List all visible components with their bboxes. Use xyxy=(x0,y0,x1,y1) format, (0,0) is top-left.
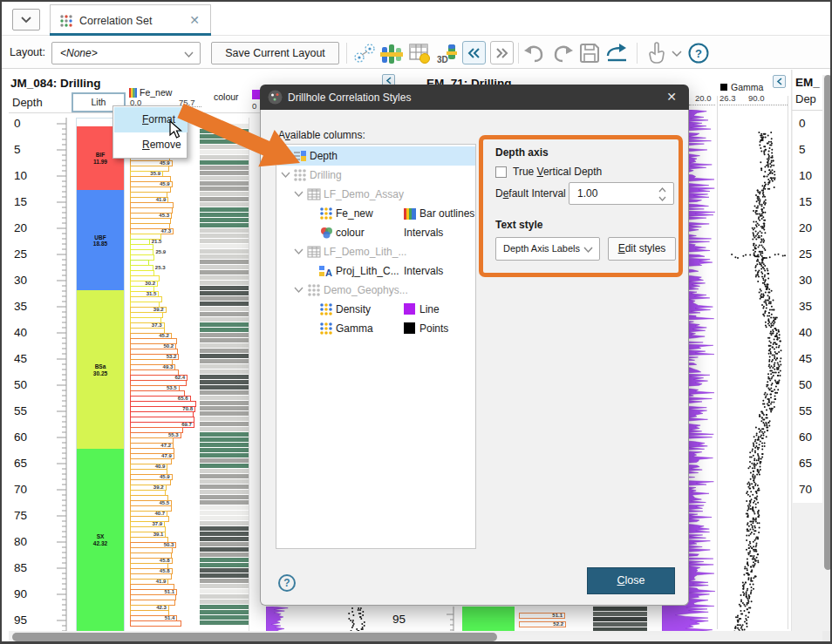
tree-item-lf-demo-assay[interactable]: LF_Demo_Assay xyxy=(277,185,475,204)
edit-styles-button[interactable]: Edit styles xyxy=(608,237,676,261)
colour-column-header[interactable]: colour xyxy=(214,92,239,102)
available-columns-tree[interactable]: DepthDrillingLF_Demo_AssayFe_newBar outl… xyxy=(276,144,476,549)
colour-band xyxy=(200,333,249,337)
depth-axis-label: 35 xyxy=(799,300,812,313)
spinner-arrows-icon[interactable] xyxy=(658,186,666,202)
save-current-layout-button[interactable]: Save Current Layout xyxy=(211,42,339,64)
tree-item-label: Depth xyxy=(310,150,338,162)
text-style-value: Depth Axis Labels xyxy=(503,243,580,254)
colour-band xyxy=(593,617,647,621)
horizontal-scrollbar[interactable] xyxy=(9,631,822,643)
lith-track[interactable]: BIF11.99UBF18.85BSa30.25SX42.32 xyxy=(76,118,125,643)
dialog-titlebar[interactable]: Drillhole Correlation Styles ✕ xyxy=(260,85,689,110)
colour-band xyxy=(200,322,249,327)
previous-set-button[interactable] xyxy=(462,41,486,64)
correlation-columns-button[interactable] xyxy=(379,40,404,66)
rainbow-icon xyxy=(404,207,416,223)
colour-band xyxy=(200,213,249,217)
depth-axis-label: 55 xyxy=(799,404,812,417)
next-set-button[interactable] xyxy=(490,41,514,64)
colour-band xyxy=(200,239,249,243)
svg-text:A: A xyxy=(325,268,332,278)
view-3d-button[interactable]: 3D xyxy=(435,40,460,66)
depth-axis-label: 10 xyxy=(799,169,812,182)
tree-item-drilling[interactable]: Drilling xyxy=(277,166,475,185)
true-vertical-depth-checkbox[interactable] xyxy=(495,166,507,178)
fe-column-header[interactable]: Fe_new xyxy=(140,87,172,98)
lith-interval-label: BSa30.25 xyxy=(77,363,124,376)
colour-band xyxy=(200,380,249,384)
colour-band xyxy=(200,495,249,499)
density-scale-min: 0 xyxy=(252,101,256,111)
tree-item-gamma[interactable]: GammaPoints xyxy=(277,319,475,338)
interaction-mode-button[interactable] xyxy=(644,40,669,66)
depth-axis-label: 5 xyxy=(14,143,21,156)
gamma-points-track[interactable] xyxy=(719,110,788,643)
available-columns-label: Available columns: xyxy=(278,129,365,141)
colour-band xyxy=(200,485,249,489)
lith-interval[interactable]: SX42.32 xyxy=(77,449,124,631)
gamma-scale-min: 26.3 xyxy=(719,93,736,103)
tree-item-proj-lith-c[interactable]: AProj_Lith_C...Intervals xyxy=(277,261,475,281)
depth-axis-label: 80 xyxy=(14,535,27,548)
colour-band xyxy=(593,607,647,611)
mouse-cursor xyxy=(169,120,188,143)
tree-expander-icon[interactable] xyxy=(281,172,290,179)
collapse-panel-button[interactable] xyxy=(773,75,786,88)
fe-bar[interactable] xyxy=(130,620,181,627)
tree-item-density[interactable]: DensityLine xyxy=(277,300,475,319)
colour-band xyxy=(200,155,249,159)
scatter-mode-button[interactable] xyxy=(352,40,377,66)
tab-list-dropdown-button[interactable] xyxy=(12,9,40,31)
help-button[interactable]: ? xyxy=(686,40,711,66)
tab-close-icon[interactable]: ✕ xyxy=(189,13,200,27)
default-interval-spinner[interactable]: 1.00 xyxy=(569,182,674,205)
dialog-close-button[interactable]: Close xyxy=(587,567,675,594)
tree-expander-icon[interactable] xyxy=(294,191,303,198)
depth-axis-label: 60 xyxy=(799,430,812,444)
tree-item-label: Gamma xyxy=(336,322,373,335)
colour-band xyxy=(200,542,249,546)
default-interval-value: 1.00 xyxy=(577,187,597,200)
colour-band xyxy=(200,134,249,139)
export-icon xyxy=(604,42,629,64)
colour-band xyxy=(200,511,249,515)
tree-item-demo-geophys[interactable]: Demo_Geophys... xyxy=(277,281,475,300)
tree-expander-icon[interactable] xyxy=(294,248,303,255)
depth-column-header[interactable]: Depth xyxy=(12,96,43,109)
double-chevron-right-icon xyxy=(494,47,509,59)
colour-band xyxy=(200,139,249,144)
tab-correlation-set[interactable]: Correlation Set ✕ xyxy=(50,4,211,36)
redo-button[interactable] xyxy=(550,40,575,66)
dialog-close-icon[interactable]: ✕ xyxy=(666,90,677,104)
lith-interval[interactable]: UBF18.85 xyxy=(77,190,124,290)
save-button[interactable] xyxy=(577,40,602,66)
vertical-scrollbar[interactable] xyxy=(822,75,832,631)
vertical-scrollbar-thumb[interactable] xyxy=(824,75,832,570)
colour-track[interactable] xyxy=(200,118,249,643)
layout-combobox[interactable]: <None> xyxy=(51,42,201,64)
colour-band xyxy=(200,448,249,452)
tree-item-colour[interactable]: colourIntervals xyxy=(277,223,475,242)
lith-interval[interactable]: BSa30.25 xyxy=(77,290,124,449)
dialog-help-icon[interactable]: ? xyxy=(278,574,296,592)
colour-band xyxy=(200,521,249,525)
fe-bar-track[interactable]: 45.935.945.941.945.347.321.525.925.330.2… xyxy=(129,118,204,643)
colour-band xyxy=(200,307,249,311)
tree-item-fe-new[interactable]: Fe_newBar outlines xyxy=(277,204,475,223)
tree-expander-icon[interactable] xyxy=(294,287,303,294)
table-lightbulb-button[interactable] xyxy=(407,40,432,66)
chevron-down-icon[interactable] xyxy=(672,51,682,58)
horizontal-scrollbar-thumb[interactable] xyxy=(12,633,497,641)
undo-button[interactable] xyxy=(522,40,547,66)
tree-item-lf-demo-lith[interactable]: LF_Demo_Lith_... xyxy=(277,242,475,261)
tree-item-depth[interactable]: Depth xyxy=(277,146,475,166)
export-button[interactable] xyxy=(604,40,629,66)
depth-axis-label: 30 xyxy=(799,274,812,287)
gamma-column-header[interactable]: Gamma xyxy=(731,82,763,92)
text-style-combobox[interactable]: Depth Axis Labels xyxy=(495,237,600,261)
colour-band xyxy=(200,558,249,562)
tree-item-label: Proj_Lith_C... xyxy=(336,265,399,277)
right-panel-title: EM_ xyxy=(795,76,820,89)
colour-band xyxy=(200,500,249,505)
